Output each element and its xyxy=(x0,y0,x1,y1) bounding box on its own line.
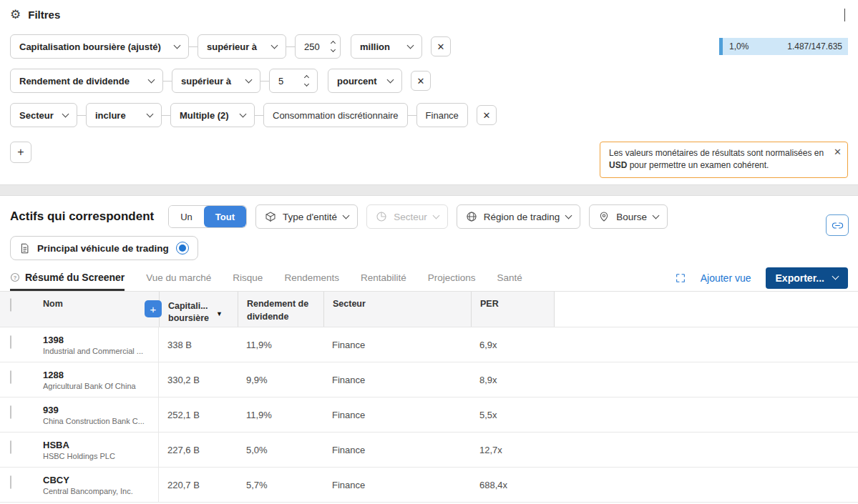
stepper-up-button[interactable] xyxy=(304,75,309,80)
sort-desc-icon[interactable]: ▼ xyxy=(216,310,223,319)
unit-select[interactable]: pourcent xyxy=(328,69,402,93)
assets-title: Actifs qui correspondent xyxy=(10,209,154,224)
export-button[interactable]: Exporter... xyxy=(766,267,848,289)
add-view-link[interactable]: Ajouter vue xyxy=(701,272,751,284)
header-dividend-yield[interactable]: Rendement dedividende xyxy=(238,292,323,327)
stepper-down-button[interactable] xyxy=(304,81,309,87)
tab-market-view[interactable]: Vue du marché xyxy=(146,265,211,291)
per-cell: 5,5x xyxy=(471,410,555,420)
operator-select[interactable]: inclure xyxy=(86,103,162,127)
add-column-button[interactable]: + xyxy=(145,300,162,317)
filters-title: Filtres xyxy=(28,9,60,21)
trading-region-dropdown[interactable]: Région de trading xyxy=(457,204,581,229)
row-check-cell xyxy=(0,433,34,454)
header-per[interactable]: PER xyxy=(471,292,555,327)
select-all-checkbox[interactable] xyxy=(10,298,11,312)
close-icon[interactable]: ✕ xyxy=(834,146,842,159)
header-sector[interactable]: Secteur xyxy=(323,292,471,327)
chevron-down-icon xyxy=(343,212,350,219)
ticker[interactable]: 1288 xyxy=(43,370,150,380)
filters-header: ⚙ Filtres xyxy=(10,0,848,21)
sector-dropdown[interactable]: Secteur xyxy=(366,204,448,229)
table-row[interactable]: 1288 Agricultural Bank Of China 330,2 B … xyxy=(0,362,858,397)
field-select[interactable]: Secteur xyxy=(10,103,77,127)
gear-icon[interactable]: ⚙ xyxy=(10,9,21,21)
multi-value-select[interactable]: Multiple (2) xyxy=(170,103,255,127)
row-checkbox[interactable] xyxy=(10,475,11,489)
match-mode-all[interactable]: Tout xyxy=(204,206,246,227)
ticker[interactable]: HSBA xyxy=(43,440,150,450)
table-row[interactable]: 939 China Construction Bank C... 252,1 B… xyxy=(0,397,858,433)
multi-value-label: Multiple (2) xyxy=(180,110,229,121)
header-nom[interactable]: Nom xyxy=(34,292,159,327)
tab-label: Vue du marché xyxy=(146,272,211,283)
table-row[interactable]: CBCY Central Bancompany, Inc. 220,7 B 5,… xyxy=(0,468,858,503)
assets-toolbar: Actifs qui correspondent Un Tout Type d'… xyxy=(10,204,848,229)
tab-risk[interactable]: Risque xyxy=(233,265,263,291)
market-cap-cell: 220,7 B xyxy=(159,480,238,490)
ticker[interactable]: CBCY xyxy=(43,475,150,485)
tab-returns[interactable]: Rendements xyxy=(284,265,339,291)
name-cell: HSBA HSBC Holdings PLC xyxy=(34,433,159,467)
remove-filter-button[interactable]: ✕ xyxy=(411,71,431,91)
unit-select[interactable]: million xyxy=(351,34,422,59)
tab-label: Résumé du Screener xyxy=(25,272,125,283)
per-cell: 688,4x xyxy=(471,480,555,490)
number-stepper xyxy=(301,73,313,89)
fullscreen-icon[interactable] xyxy=(675,272,686,284)
collapse-filters-button[interactable] xyxy=(844,9,845,21)
remove-filter-button[interactable]: ✕ xyxy=(477,105,497,125)
match-mode-any[interactable]: Un xyxy=(169,206,204,227)
ticker[interactable]: 939 xyxy=(43,405,150,415)
header-market-cap[interactable]: Capitali...boursière ▼ xyxy=(159,292,238,327)
row-checkbox[interactable] xyxy=(10,370,11,384)
sector-chip[interactable]: Consommation discrétionnaire xyxy=(263,103,408,127)
progress-percent: 1,0% xyxy=(729,41,749,51)
value-input[interactable]: 250 xyxy=(295,34,341,59)
share-link-button[interactable] xyxy=(826,214,849,236)
operator-select[interactable]: supérieur à xyxy=(172,69,260,93)
sector-chip[interactable]: Finance xyxy=(416,103,468,127)
stepper-up-button[interactable] xyxy=(331,41,336,46)
row-checkbox[interactable] xyxy=(10,405,11,419)
field-select-label: Secteur xyxy=(19,110,54,121)
table-row[interactable]: HSBA HSBC Holdings PLC 227,6 B 5,0% Fina… xyxy=(0,433,858,468)
tab-projections[interactable]: Projections xyxy=(428,265,476,291)
field-select[interactable]: Capitalisation boursière (ajusté) xyxy=(10,34,189,59)
exchange-dropdown[interactable]: Bourse xyxy=(589,204,668,229)
chevron-down-icon xyxy=(432,212,439,219)
tab-screener-summary[interactable]: ? Résumé du Screener xyxy=(10,265,125,291)
row-checkbox[interactable] xyxy=(10,335,11,349)
value-input[interactable]: 5 xyxy=(269,69,318,93)
primary-vehicle-toggle[interactable]: Principal véhicule de trading xyxy=(10,236,198,260)
tab-profitability[interactable]: Rentabilité xyxy=(361,265,406,291)
operator-select[interactable]: supérieur à xyxy=(198,34,286,59)
remove-filter-button[interactable]: ✕ xyxy=(431,36,451,56)
table-row[interactable]: 1398 Industrial and Commercial ... 338 B… xyxy=(0,327,858,362)
unit-select-label: million xyxy=(360,41,390,52)
filter-row-marketcap: Capitalisation boursière (ajusté) supéri… xyxy=(10,34,848,59)
operator-select-label: supérieur à xyxy=(207,41,257,52)
company-name: Industrial and Commercial ... xyxy=(43,347,150,355)
sector-cell: Finance xyxy=(323,480,471,490)
sector-chip-label: Consommation discrétionnaire xyxy=(273,110,399,121)
chevron-up-icon xyxy=(844,9,845,21)
add-filter-button[interactable]: + xyxy=(10,142,31,163)
tab-health[interactable]: Santé xyxy=(497,265,522,291)
entity-type-dropdown[interactable]: Type d'entité xyxy=(255,204,358,229)
field-select[interactable]: Rendement de dividende xyxy=(10,69,163,93)
matching-assets-section: Actifs qui correspondent Un Tout Type d'… xyxy=(0,196,858,265)
tab-label: Projections xyxy=(428,272,476,283)
row-check-cell xyxy=(0,468,34,489)
connector-line xyxy=(77,115,86,116)
radio-dot xyxy=(179,244,186,252)
name-cell: 939 China Construction Bank C... xyxy=(34,397,159,432)
per-cell: 12,7x xyxy=(471,445,555,455)
radio-on-icon xyxy=(176,242,189,255)
stepper-down-button[interactable] xyxy=(331,47,336,52)
section-divider xyxy=(0,184,858,196)
row-checkbox[interactable] xyxy=(10,440,11,454)
chevron-down-icon xyxy=(832,273,839,280)
company-name: HSBC Holdings PLC xyxy=(43,452,150,460)
ticker[interactable]: 1398 xyxy=(43,335,150,345)
